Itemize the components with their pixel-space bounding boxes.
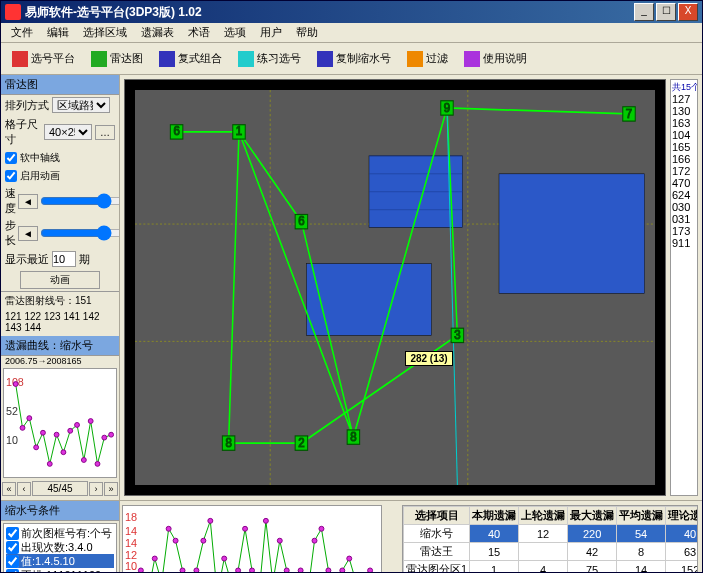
app-icon xyxy=(5,4,21,20)
svg-point-5 xyxy=(27,416,32,421)
table-row: 雷达图分区114751415220355 xyxy=(404,561,699,574)
svg-text:10: 10 xyxy=(6,434,18,446)
step-dec[interactable]: ◄ xyxy=(18,226,38,241)
tool-copy-shrink[interactable]: 复制缩水号 xyxy=(310,46,398,72)
svg-text:7: 7 xyxy=(626,106,632,121)
combo-icon xyxy=(159,51,175,67)
svg-point-3 xyxy=(13,382,18,387)
svg-point-17 xyxy=(109,432,114,437)
menu-file[interactable]: 文件 xyxy=(5,23,39,42)
mini-next2[interactable]: » xyxy=(104,482,118,496)
svg-point-79 xyxy=(298,568,303,573)
menu-edit[interactable]: 编辑 xyxy=(41,23,75,42)
stats-table[interactable]: 选择项目本期遗漏上轮遗漏最大遗漏平均遗漏理论遗漏本期出现历期出现百期最大 缩水号… xyxy=(402,505,698,573)
tool-select-platform[interactable]: 选号平台 xyxy=(5,46,82,72)
svg-point-81 xyxy=(312,538,317,543)
bottom-chart[interactable]: 1814141210665 «‹420/424›» xyxy=(122,505,382,573)
arrange-label: 排列方式 xyxy=(5,98,49,113)
filter-header: 缩水号条件 xyxy=(1,501,119,521)
filter-check-0[interactable] xyxy=(6,527,19,540)
svg-point-12 xyxy=(75,423,80,428)
left-header: 雷达图 xyxy=(1,75,119,95)
menu-bar: 文件 编辑 选择区域 遗漏表 术语 选项 用户 帮助 xyxy=(1,23,702,43)
svg-point-89 xyxy=(368,568,373,573)
minimize-button[interactable]: _ xyxy=(634,3,654,21)
animate-button[interactable]: 动画 xyxy=(20,271,100,289)
menu-select-area[interactable]: 选择区域 xyxy=(77,23,133,42)
svg-text:10: 10 xyxy=(125,560,137,572)
filter-check-2[interactable] xyxy=(6,555,19,568)
svg-text:8: 8 xyxy=(225,435,231,450)
svg-text:2: 2 xyxy=(298,435,304,450)
menu-help[interactable]: 帮助 xyxy=(290,23,324,42)
filter-list[interactable]: 前次图框号有:个号 出现次数:3.4.0 值:1.4.5.10 不排:11101… xyxy=(3,523,117,573)
svg-point-72 xyxy=(250,568,255,573)
minichart-date: 2006.75→2008165 xyxy=(1,356,119,366)
gridsize-more-button[interactable]: … xyxy=(95,125,115,140)
step-slider[interactable] xyxy=(40,226,120,240)
svg-point-74 xyxy=(263,518,268,523)
filter-check-1[interactable] xyxy=(6,541,19,554)
svg-point-86 xyxy=(347,556,352,561)
svg-point-64 xyxy=(194,568,199,573)
recent-input[interactable] xyxy=(52,251,76,267)
svg-text:1: 1 xyxy=(236,124,242,139)
svg-point-4 xyxy=(20,425,25,430)
svg-point-82 xyxy=(319,526,324,531)
menu-terms[interactable]: 术语 xyxy=(182,23,216,42)
svg-point-85 xyxy=(340,568,345,573)
svg-point-14 xyxy=(88,419,93,424)
arrange-select[interactable]: 区域路数 xyxy=(52,97,110,113)
svg-point-83 xyxy=(326,568,331,573)
svg-point-11 xyxy=(68,428,73,433)
gridsize-label: 格子尺寸 xyxy=(5,117,41,147)
gridsize-select[interactable]: 40×25 xyxy=(44,124,92,140)
check-axis[interactable] xyxy=(5,152,17,164)
radar-canvas[interactable]: 6 1 6 3 8 2 8 9 7 282 (13) xyxy=(124,79,666,496)
mini-pos: 45/45 xyxy=(32,481,88,496)
filter-icon xyxy=(407,51,423,67)
tool-combo[interactable]: 复式组合 xyxy=(152,46,229,72)
svg-text:8: 8 xyxy=(350,429,356,444)
filter-check-3[interactable] xyxy=(6,569,19,574)
svg-text:18: 18 xyxy=(125,511,137,523)
svg-point-13 xyxy=(81,458,86,463)
check-anim[interactable] xyxy=(5,170,17,182)
close-button[interactable]: X xyxy=(678,3,698,21)
mini-next[interactable]: › xyxy=(89,482,103,496)
mini-chart[interactable]: 108 52 10 xyxy=(3,368,117,478)
tool-help[interactable]: 使用说明 xyxy=(457,46,534,72)
menu-options[interactable]: 选项 xyxy=(218,23,252,42)
mini-prev2[interactable]: « xyxy=(2,482,16,496)
menu-miss-table[interactable]: 遗漏表 xyxy=(135,23,180,42)
svg-text:3: 3 xyxy=(454,327,460,342)
mini-prev[interactable]: ‹ xyxy=(17,482,31,496)
svg-text:14: 14 xyxy=(125,525,137,537)
svg-point-7 xyxy=(41,430,46,435)
tool-practice[interactable]: 练习选号 xyxy=(231,46,308,72)
left-panel: 雷达图 排列方式 区域路数 格子尺寸 40×25 … 软中轴线 启用动画 速度◄… xyxy=(1,75,120,500)
speed-dec[interactable]: ◄ xyxy=(18,194,38,209)
group-label: 雷达图射线号：151 xyxy=(1,291,119,310)
toolbar: 选号平台 雷达图 复式组合 练习选号 复制缩水号 过滤 使用说明 xyxy=(1,43,702,75)
svg-point-9 xyxy=(54,432,59,437)
speed-slider[interactable] xyxy=(40,194,120,208)
svg-point-76 xyxy=(277,538,282,543)
svg-text:6: 6 xyxy=(298,214,304,229)
maximize-button[interactable]: ☐ xyxy=(656,3,676,21)
svg-point-6 xyxy=(34,445,39,450)
svg-point-62 xyxy=(180,568,185,573)
svg-point-68 xyxy=(222,556,227,561)
practice-icon xyxy=(238,51,254,67)
tool-radar[interactable]: 雷达图 xyxy=(84,46,150,72)
svg-text:12: 12 xyxy=(125,549,137,561)
minichart-header: 遗漏曲线：缩水号 xyxy=(1,336,119,356)
svg-point-10 xyxy=(61,450,66,455)
svg-text:14: 14 xyxy=(125,537,137,549)
right-number-list[interactable]: 共15个号 1271301631041651661724706240300311… xyxy=(670,79,698,496)
table-row: 缩水号401222054405440 xyxy=(404,525,699,543)
menu-user[interactable]: 用户 xyxy=(254,23,288,42)
tool-filter[interactable]: 过滤 xyxy=(400,46,455,72)
svg-point-8 xyxy=(47,461,52,466)
canvas-tooltip: 282 (13) xyxy=(405,351,452,366)
